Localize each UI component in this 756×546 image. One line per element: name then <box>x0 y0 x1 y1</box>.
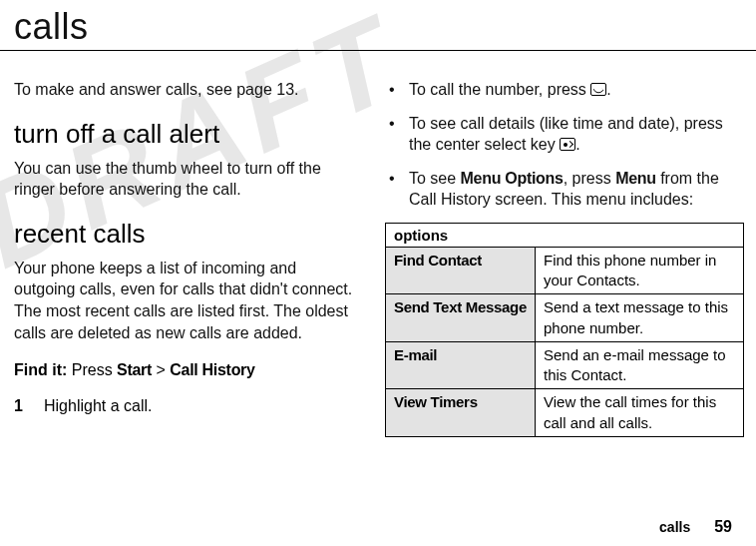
row-desc-send-text: Send a text message to this phone number… <box>536 294 744 342</box>
step-1-text: Highlight a call. <box>44 397 357 415</box>
footer-page-number: 59 <box>714 518 732 536</box>
page-footer: calls 59 <box>659 518 732 536</box>
right-column: To call the number, press . To see call … <box>379 79 744 437</box>
left-column: To make and answer calls, see page 13. t… <box>14 79 379 437</box>
bullet-call-number: To call the number, press . <box>385 79 744 101</box>
find-it-dest: Call History <box>170 361 254 378</box>
row-desc-find-contact: Find this phone number in your Contacts. <box>536 247 744 294</box>
bullet1-post: . <box>606 81 610 98</box>
step-1-number: 1 <box>14 397 44 415</box>
footer-page-name: calls <box>659 519 690 535</box>
table-row: Send Text Message Send a text message to… <box>386 294 744 342</box>
bullet3-bold1: Menu Options <box>461 170 564 187</box>
section-turn-off-alert: turn off a call alert <box>14 119 357 150</box>
table-row: E-mail Send an e-mail message to this Co… <box>386 341 744 389</box>
row-label-find-contact: Find Contact <box>386 247 536 294</box>
step-1: 1 Highlight a call. <box>14 397 357 415</box>
section-recent-body: Your phone keeps a list of incoming and … <box>14 258 357 343</box>
bullet-menu-options: To see Menu Options, press Menu from the… <box>385 168 744 211</box>
bullet3-bold2: Menu <box>615 170 656 187</box>
bullet3-pre: To see <box>409 170 461 187</box>
phone-key-icon <box>590 83 606 96</box>
bullet1-pre: To call the number, press <box>409 81 590 98</box>
intro-text: To make and answer calls, see page 13. <box>14 79 357 101</box>
center-select-key-icon <box>560 138 575 151</box>
row-desc-email: Send an e-mail message to this Contact. <box>536 341 744 389</box>
find-it-line: Find it: Press Start > Call History <box>14 361 357 379</box>
find-it-sep: > <box>152 361 170 378</box>
section-recent-calls: recent calls <box>14 219 357 250</box>
content-columns: To make and answer calls, see page 13. t… <box>0 79 756 437</box>
options-table: options Find Contact Find this phone num… <box>385 223 744 437</box>
bullet-list: To call the number, press . To see call … <box>385 79 744 211</box>
bullet2-post: . <box>575 136 579 153</box>
bullet3-mid: , press <box>564 170 615 187</box>
find-it-start: Start <box>117 361 152 378</box>
bullet-call-details: To see call details (like time and date)… <box>385 113 744 156</box>
row-desc-view-timers: View the call times for this call and al… <box>536 389 744 437</box>
find-it-pre: Press <box>67 361 117 378</box>
options-table-header: options <box>386 223 744 247</box>
row-label-view-timers: View Timers <box>386 389 536 437</box>
table-row: View Timers View the call times for this… <box>386 389 744 437</box>
row-label-send-text: Send Text Message <box>386 294 536 342</box>
page-title: calls <box>0 0 756 51</box>
row-label-email: E-mail <box>386 341 536 389</box>
table-row: Find Contact Find this phone number in y… <box>386 247 744 294</box>
find-it-label: Find it: <box>14 361 67 378</box>
section-turn-off-body: You can use the thumb wheel to turn off … <box>14 158 357 201</box>
